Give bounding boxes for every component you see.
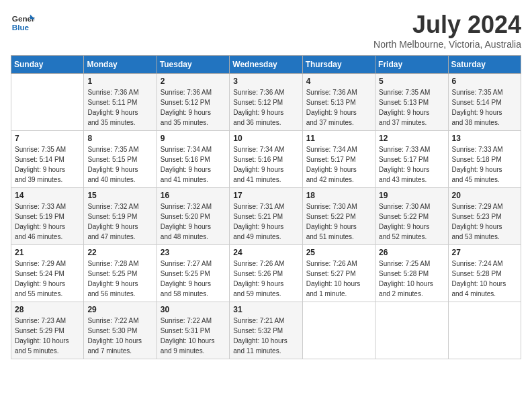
day-number: 12 — [379, 134, 444, 143]
calendar-cell: 14Sunrise: 7:33 AMSunset: 5:19 PMDayligh… — [11, 188, 84, 245]
calendar-cell: 26Sunrise: 7:25 AMSunset: 5:28 PMDayligh… — [375, 245, 448, 302]
calendar-cell: 9Sunrise: 7:34 AMSunset: 5:16 PMDaylight… — [157, 131, 229, 188]
day-number: 21 — [15, 248, 80, 257]
day-number: 28 — [15, 305, 80, 314]
calendar-cell — [302, 302, 375, 359]
calendar-cell: 17Sunrise: 7:31 AMSunset: 5:21 PMDayligh… — [230, 188, 302, 245]
day-number: 10 — [233, 134, 298, 143]
day-header-friday: Friday — [375, 56, 448, 74]
calendar-cell: 18Sunrise: 7:30 AMSunset: 5:22 PMDayligh… — [302, 188, 375, 245]
day-number: 1 — [87, 77, 152, 86]
day-info: Sunrise: 7:29 AMSunset: 5:24 PMDaylight:… — [15, 259, 80, 299]
day-info: Sunrise: 7:28 AMSunset: 5:25 PMDaylight:… — [87, 259, 152, 299]
day-info: Sunrise: 7:29 AMSunset: 5:23 PMDaylight:… — [452, 201, 517, 242]
calendar-cell: 22Sunrise: 7:28 AMSunset: 5:25 PMDayligh… — [84, 245, 157, 302]
day-info: Sunrise: 7:24 AMSunset: 5:28 PMDaylight:… — [452, 259, 517, 299]
day-info: Sunrise: 7:25 AMSunset: 5:28 PMDaylight:… — [379, 259, 444, 299]
calendar-header-row: SundayMondayTuesdayWednesdayThursdayFrid… — [11, 56, 521, 74]
calendar-week-row: 1Sunrise: 7:36 AMSunset: 5:11 PMDaylight… — [11, 74, 521, 131]
calendar-week-row: 14Sunrise: 7:33 AMSunset: 5:19 PMDayligh… — [11, 188, 521, 245]
day-number: 7 — [15, 134, 80, 143]
calendar-cell: 25Sunrise: 7:26 AMSunset: 5:27 PMDayligh… — [302, 245, 375, 302]
day-number: 11 — [306, 134, 371, 143]
day-info: Sunrise: 7:30 AMSunset: 5:22 PMDaylight:… — [379, 201, 444, 242]
calendar-cell: 21Sunrise: 7:29 AMSunset: 5:24 PMDayligh… — [11, 245, 84, 302]
day-info: Sunrise: 7:33 AMSunset: 5:17 PMDaylight:… — [379, 144, 444, 185]
calendar-cell — [11, 74, 84, 131]
calendar-cell: 12Sunrise: 7:33 AMSunset: 5:17 PMDayligh… — [375, 131, 448, 188]
calendar-cell — [375, 302, 448, 359]
calendar-cell: 2Sunrise: 7:36 AMSunset: 5:12 PMDaylight… — [157, 74, 229, 131]
calendar-cell: 3Sunrise: 7:36 AMSunset: 5:12 PMDaylight… — [230, 74, 302, 131]
day-info: Sunrise: 7:32 AMSunset: 5:20 PMDaylight:… — [161, 201, 226, 242]
day-number: 17 — [233, 191, 298, 200]
day-number: 13 — [452, 134, 517, 143]
day-info: Sunrise: 7:30 AMSunset: 5:22 PMDaylight:… — [306, 201, 371, 242]
day-info: Sunrise: 7:34 AMSunset: 5:16 PMDaylight:… — [161, 144, 226, 185]
day-number: 31 — [233, 305, 298, 314]
calendar-cell: 16Sunrise: 7:32 AMSunset: 5:20 PMDayligh… — [157, 188, 229, 245]
day-number: 6 — [452, 77, 517, 86]
calendar-cell: 11Sunrise: 7:34 AMSunset: 5:17 PMDayligh… — [302, 131, 375, 188]
calendar-cell: 6Sunrise: 7:35 AMSunset: 5:14 PMDaylight… — [448, 74, 521, 131]
day-number: 18 — [306, 191, 371, 200]
day-info: Sunrise: 7:35 AMSunset: 5:13 PMDaylight:… — [379, 87, 444, 128]
page-header: General Blue July 2024 North Melbourne, … — [11, 11, 521, 50]
day-header-wednesday: Wednesday — [230, 56, 302, 74]
calendar-cell: 31Sunrise: 7:21 AMSunset: 5:32 PMDayligh… — [230, 302, 302, 359]
day-header-tuesday: Tuesday — [157, 56, 229, 74]
calendar-cell: 15Sunrise: 7:32 AMSunset: 5:19 PMDayligh… — [84, 188, 157, 245]
day-info: Sunrise: 7:36 AMSunset: 5:12 PMDaylight:… — [161, 87, 226, 128]
day-number: 3 — [233, 77, 298, 86]
logo-icon: General Blue — [11, 11, 35, 35]
day-header-sunday: Sunday — [11, 56, 84, 74]
day-info: Sunrise: 7:34 AMSunset: 5:16 PMDaylight:… — [233, 144, 298, 185]
day-number: 27 — [452, 248, 517, 257]
calendar-cell: 29Sunrise: 7:22 AMSunset: 5:30 PMDayligh… — [84, 302, 157, 359]
month-title: July 2024 — [373, 11, 521, 39]
day-info: Sunrise: 7:26 AMSunset: 5:26 PMDaylight:… — [233, 259, 298, 299]
calendar-cell: 23Sunrise: 7:27 AMSunset: 5:25 PMDayligh… — [157, 245, 229, 302]
day-number: 23 — [161, 248, 226, 257]
day-info: Sunrise: 7:35 AMSunset: 5:15 PMDaylight:… — [87, 144, 152, 185]
day-info: Sunrise: 7:22 AMSunset: 5:31 PMDaylight:… — [161, 316, 226, 356]
svg-text:Blue: Blue — [12, 23, 30, 32]
day-info: Sunrise: 7:31 AMSunset: 5:21 PMDaylight:… — [233, 201, 298, 242]
day-number: 5 — [379, 77, 444, 86]
day-info: Sunrise: 7:36 AMSunset: 5:12 PMDaylight:… — [233, 87, 298, 128]
day-number: 20 — [452, 191, 517, 200]
calendar-cell: 7Sunrise: 7:35 AMSunset: 5:14 PMDaylight… — [11, 131, 84, 188]
title-area: July 2024 North Melbourne, Victoria, Aus… — [373, 11, 521, 50]
location-subtitle: North Melbourne, Victoria, Australia — [373, 39, 521, 50]
calendar-week-row: 7Sunrise: 7:35 AMSunset: 5:14 PMDaylight… — [11, 131, 521, 188]
day-number: 26 — [379, 248, 444, 257]
day-info: Sunrise: 7:21 AMSunset: 5:32 PMDaylight:… — [233, 316, 298, 356]
logo: General Blue — [11, 11, 35, 35]
day-info: Sunrise: 7:35 AMSunset: 5:14 PMDaylight:… — [15, 144, 80, 185]
calendar-cell: 13Sunrise: 7:33 AMSunset: 5:18 PMDayligh… — [448, 131, 521, 188]
day-number: 8 — [87, 134, 152, 143]
calendar-cell: 4Sunrise: 7:36 AMSunset: 5:13 PMDaylight… — [302, 74, 375, 131]
calendar-week-row: 21Sunrise: 7:29 AMSunset: 5:24 PMDayligh… — [11, 245, 521, 302]
day-info: Sunrise: 7:35 AMSunset: 5:14 PMDaylight:… — [452, 87, 517, 128]
calendar-cell — [448, 302, 521, 359]
day-info: Sunrise: 7:36 AMSunset: 5:13 PMDaylight:… — [306, 87, 371, 128]
day-info: Sunrise: 7:23 AMSunset: 5:29 PMDaylight:… — [15, 316, 80, 356]
day-number: 30 — [161, 305, 226, 314]
calendar-week-row: 28Sunrise: 7:23 AMSunset: 5:29 PMDayligh… — [11, 302, 521, 359]
day-number: 29 — [87, 305, 152, 314]
day-info: Sunrise: 7:36 AMSunset: 5:11 PMDaylight:… — [87, 87, 152, 128]
day-info: Sunrise: 7:34 AMSunset: 5:17 PMDaylight:… — [306, 144, 371, 185]
calendar-cell: 30Sunrise: 7:22 AMSunset: 5:31 PMDayligh… — [157, 302, 229, 359]
day-number: 22 — [87, 248, 152, 257]
day-number: 4 — [306, 77, 371, 86]
day-number: 15 — [87, 191, 152, 200]
day-info: Sunrise: 7:27 AMSunset: 5:25 PMDaylight:… — [161, 259, 226, 299]
day-number: 16 — [161, 191, 226, 200]
calendar-cell: 5Sunrise: 7:35 AMSunset: 5:13 PMDaylight… — [375, 74, 448, 131]
day-number: 25 — [306, 248, 371, 257]
day-header-saturday: Saturday — [448, 56, 521, 74]
calendar-cell: 28Sunrise: 7:23 AMSunset: 5:29 PMDayligh… — [11, 302, 84, 359]
day-number: 9 — [161, 134, 226, 143]
calendar-cell: 10Sunrise: 7:34 AMSunset: 5:16 PMDayligh… — [230, 131, 302, 188]
